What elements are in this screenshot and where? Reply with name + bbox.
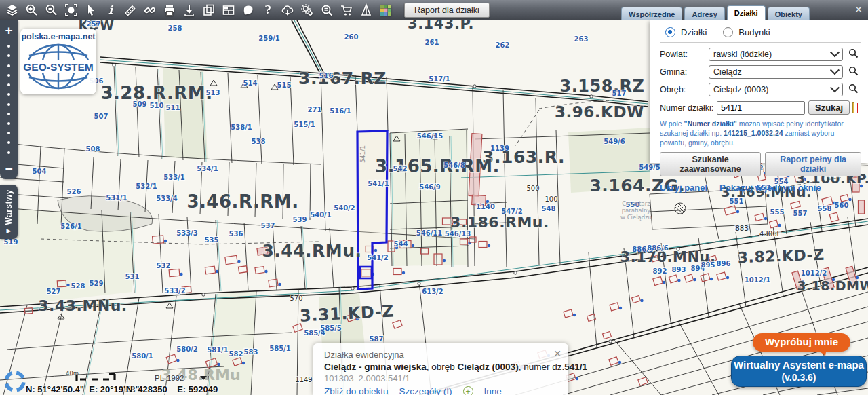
link-icon[interactable]	[142, 2, 158, 18]
map-label: 570	[290, 295, 302, 302]
info-icon[interactable]: i	[102, 2, 119, 18]
panel-links: Ukryj panel Pokazuj w jednym oknie	[660, 183, 861, 193]
zoom-extent-icon[interactable]	[63, 2, 79, 18]
single-window-link[interactable]: Pokazuj w jednym oknie	[719, 183, 821, 193]
map-label: 514	[243, 79, 258, 87]
map-label: 507	[94, 113, 108, 120]
map-label: 539	[293, 216, 307, 223]
layers-tab-label: Warstwy	[4, 189, 14, 225]
tab-wspolrzedne[interactable]: Współrzędne	[621, 7, 682, 20]
tab-dzialki[interactable]: Działki	[727, 5, 766, 20]
building-footprint	[717, 272, 726, 280]
radio-budynki[interactable]	[723, 27, 733, 37]
measure-icon[interactable]	[122, 2, 138, 18]
map-label: 516/1	[330, 107, 351, 115]
obreb-value: Cielądz (0003)	[713, 85, 768, 94]
layers-icon[interactable]	[4, 2, 20, 18]
map-label: 517	[612, 90, 627, 97]
building-footprint	[610, 303, 619, 311]
zoom-in-button[interactable]: +	[5, 20, 12, 38]
map-label: 3.46.R.RM.	[186, 191, 298, 212]
expand-arrow-icon: ▶	[7, 227, 12, 234]
settings-icon[interactable]	[299, 2, 315, 18]
radio-dzialki[interactable]	[665, 27, 675, 37]
map-label: 513	[206, 89, 220, 96]
building-footprint	[393, 320, 402, 329]
obreb-search-icon[interactable]	[848, 83, 859, 96]
powiat-search-icon[interactable]	[848, 48, 859, 60]
search-report-icon[interactable]	[319, 2, 335, 18]
popup-close-icon[interactable]: ✕	[553, 348, 561, 359]
download-marker-icon[interactable]	[181, 2, 197, 18]
building-footprint	[469, 237, 476, 242]
tab-obiekty[interactable]: Obiekty	[768, 7, 810, 20]
obreb-select[interactable]: Cielądz (0003)	[709, 83, 843, 96]
copy-window-icon[interactable]	[201, 2, 217, 18]
add-circle-icon[interactable]: +	[463, 386, 473, 395]
legend-yellow-swatch[interactable]	[852, 102, 854, 113]
zoom-out-button[interactable]: −	[5, 161, 12, 179]
chevron-down-icon	[200, 376, 207, 380]
map-label: 587	[370, 335, 384, 343]
map-label: 581/1	[207, 346, 229, 354]
map-label: Cmentarz	[622, 200, 650, 207]
virtual-assistant-button[interactable]: Wirtualny Asystent e-mapa (v.0.3.6)	[731, 356, 867, 387]
gmina-row: Gmina: Cielądz	[660, 65, 861, 79]
popup-parcel-id: 101303_2.0003.541/1	[324, 373, 559, 383]
zoom-out-icon[interactable]	[43, 2, 60, 18]
layers-panel-tab[interactable]: Warstwy ▶	[0, 185, 18, 239]
geo-system-logo[interactable]: polska.e-mapa.net GEO-SYSTEM	[20, 29, 96, 94]
hide-panel-link[interactable]: Ukryj panel	[660, 183, 707, 193]
building-footprint	[791, 201, 801, 208]
powiat-select[interactable]: rawski (łódzkie)	[709, 48, 843, 61]
advanced-search-button[interactable]: Szukanie zaawansowane	[660, 152, 761, 176]
address-point	[164, 240, 167, 242]
north-arrow-icon[interactable]	[358, 2, 374, 18]
gmina-select[interactable]: Cielądz	[709, 65, 843, 79]
details-link[interactable]: Szczegóły (I)	[399, 386, 452, 395]
chevron-down-icon	[830, 48, 840, 57]
legend-green-swatch[interactable]	[861, 103, 861, 113]
polygon-select-icon[interactable]	[240, 2, 256, 18]
crs-selector[interactable]: PL-1992	[155, 374, 207, 382]
zoom-in-icon[interactable]	[24, 2, 40, 18]
layout-icon[interactable]	[220, 2, 237, 18]
map-label: 3.167.RZ	[298, 69, 387, 88]
other-link[interactable]: Inne	[484, 386, 502, 395]
close-panel-icon[interactable]: ✕	[854, 4, 863, 15]
address-point	[402, 271, 405, 274]
legend-red-swatch[interactable]	[857, 103, 858, 113]
building-footprint	[829, 212, 838, 221]
parcel-number-input[interactable]	[717, 101, 805, 115]
map-label: 580/2	[176, 345, 198, 353]
address-point	[778, 224, 781, 227]
radio-dzialki-label[interactable]: Działki	[681, 27, 707, 37]
cart-icon[interactable]	[338, 2, 355, 18]
help-icon[interactable]: ?	[260, 2, 276, 18]
map-label: 531	[125, 273, 140, 280]
zoom-to-object-link[interactable]: Zbliż do obiektu	[324, 386, 389, 395]
search-button[interactable]: Szukaj	[808, 100, 850, 115]
address-point	[242, 362, 245, 364]
map-label: 508	[86, 145, 100, 153]
gmina-search-icon[interactable]	[848, 66, 859, 78]
pointer-icon[interactable]	[83, 2, 99, 18]
cloud-download-icon[interactable]	[279, 2, 296, 18]
report-parcel-button[interactable]: Raport dla działki	[404, 3, 490, 18]
obreb-row: Obręb: Cielądz (0003)	[660, 83, 861, 96]
address-point	[663, 281, 665, 284]
full-report-button[interactable]: Raport pełny dla działki	[765, 152, 861, 176]
print-icon[interactable]	[161, 2, 178, 18]
address-point	[693, 278, 696, 281]
zoom-slider: + −	[0, 20, 18, 179]
map-label: 538	[252, 138, 266, 145]
radio-budynki-label[interactable]: Budynki	[738, 27, 770, 37]
map-label: 583	[244, 348, 258, 356]
zoom-slider-track[interactable]	[7, 38, 10, 161]
map-label: 541/1	[368, 180, 389, 187]
basemap-grid-icon[interactable]	[378, 2, 394, 18]
assistant-bubble[interactable]: Wypróbuj mnie	[753, 333, 850, 352]
tab-adresy[interactable]: Adresy	[684, 7, 724, 20]
powiat-row: Powiat: rawski (łódzkie)	[660, 48, 861, 61]
map-label: 515/1	[294, 121, 315, 128]
